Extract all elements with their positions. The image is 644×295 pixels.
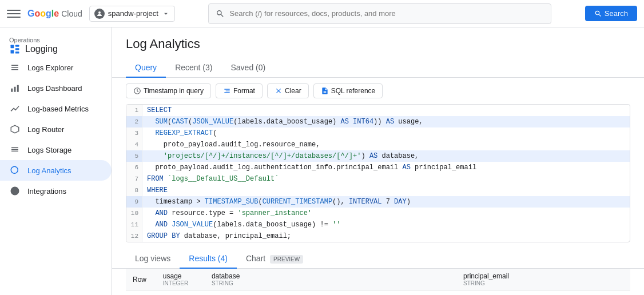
google-cloud-logo: Google Cloud (27, 9, 82, 19)
code-line-3: 3 REGEXP_EXTRACT( (126, 127, 630, 139)
cell-email: spandw-project@appspot.gserviceaccount.c… (456, 290, 630, 296)
search-button[interactable]: Search (585, 6, 637, 21)
sidebar-item-log-router[interactable]: Log Router (0, 119, 112, 139)
results-table: Row usage INTEGER database STRING princi… (126, 269, 630, 295)
tab-query[interactable]: Query (126, 58, 166, 78)
log-based-metrics-icon (9, 103, 21, 114)
sidebar-product-label: Logging (9, 43, 102, 55)
svg-point-0 (98, 11, 101, 14)
menu-icon[interactable] (7, 7, 21, 21)
svg-rect-5 (15, 51, 19, 53)
clear-icon (275, 87, 283, 95)
logging-icon (9, 43, 21, 55)
tab-recent[interactable]: Recent (3) (166, 58, 221, 78)
logs-explorer-icon (9, 62, 21, 73)
search-button-label: Search (605, 9, 628, 18)
svg-rect-6 (11, 89, 13, 92)
sidebar-section-label: Operations (9, 37, 102, 43)
cell-database: projects/spandw-project/instances/spandw… (205, 290, 456, 296)
topbar: Google Cloud spandw-project Search (0, 0, 644, 27)
code-line-9: 9 timestamp > TIMESTAMP_SUB(CURRENT_TIME… (126, 196, 630, 208)
page-title: Log Analytics (126, 37, 630, 51)
sidebar-item-log-analytics[interactable]: Log Analytics (0, 160, 112, 181)
result-tab-log-views[interactable]: Log views (126, 249, 180, 269)
main-content: Log Analytics Query Recent (3) Saved (0)… (112, 27, 644, 295)
cell-row-num: 1 (126, 290, 156, 296)
code-line-5: 5 'projects/[^/]+/instances/[^/]+/databa… (126, 150, 630, 162)
result-tab-results[interactable]: Results (4) (180, 249, 237, 269)
col-header-principal-email: principal_email STRING (456, 269, 630, 290)
sidebar: Operations Logging Logs Explorer Logs Da… (0, 27, 112, 295)
log-router-icon (9, 123, 21, 135)
search-bar[interactable] (208, 3, 551, 24)
search-icon-btn (594, 10, 602, 18)
search-icon-bar (216, 9, 225, 18)
sidebar-item-logs-dashboard[interactable]: Logs Dashboard (0, 78, 112, 98)
logs-storage-icon (9, 144, 21, 156)
code-line-11: 11 AND JSON_VALUE(labels.data_boost_usag… (126, 219, 630, 230)
result-tab-chart[interactable]: Chart PREVIEW (237, 249, 312, 269)
person-icon (94, 9, 105, 19)
sidebar-header: Operations Logging (0, 32, 112, 57)
integrations-icon (9, 185, 21, 197)
svg-rect-7 (14, 87, 16, 92)
preview-badge: PREVIEW (270, 255, 303, 264)
clock-icon (133, 87, 141, 95)
cell-usage: 12635336 (156, 290, 205, 296)
svg-rect-4 (15, 48, 19, 50)
sidebar-item-logs-explorer[interactable]: Logs Explorer (0, 57, 112, 78)
query-tabs: Query Recent (3) Saved (0) (112, 58, 644, 78)
code-line-1: 1SELECT (126, 105, 630, 116)
code-line-12: 12GROUP BY database, principal_email; (126, 230, 630, 242)
svg-rect-8 (17, 85, 19, 92)
svg-rect-1 (11, 45, 14, 49)
chevron-down-icon (162, 10, 170, 18)
log-analytics-icon (9, 165, 21, 176)
sql-ref-icon (321, 87, 329, 95)
table-body: 1 12635336 projects/spandw-project/insta… (126, 290, 630, 296)
code-line-8: 8WHERE (126, 185, 630, 196)
svg-rect-3 (15, 45, 19, 47)
svg-rect-2 (11, 50, 14, 54)
sql-reference-button[interactable]: SQL reference (313, 83, 383, 98)
svg-point-9 (11, 166, 18, 173)
results-table-wrapper: Row usage INTEGER database STRING princi… (112, 269, 644, 295)
table-row: 1 12635336 projects/spandw-project/insta… (126, 290, 630, 296)
code-line-10: 10 AND resource.type = 'spanner_instance… (126, 208, 630, 219)
tab-saved[interactable]: Saved (0) (221, 58, 275, 78)
format-icon (223, 87, 231, 95)
format-button[interactable]: Format (216, 83, 263, 98)
code-line-2: 2 SUM(CAST(JSON_VALUE(labels.data_boost_… (126, 116, 630, 127)
sidebar-item-integrations[interactable]: Integrations (0, 181, 112, 201)
col-header-row: Row (126, 269, 156, 290)
project-selector[interactable]: spandw-project (89, 6, 175, 22)
col-header-usage: usage INTEGER (156, 269, 205, 290)
timestamp-button[interactable]: Timestamp in query (126, 83, 211, 98)
clear-button[interactable]: Clear (267, 83, 309, 98)
query-toolbar: Timestamp in query Format Clear SQL refe… (112, 78, 644, 104)
result-tabs: Log views Results (4) Chart PREVIEW (112, 249, 644, 269)
code-line-6: 6 proto_payload.audit_log.authentication… (126, 162, 630, 173)
main-header: Log Analytics (112, 27, 644, 51)
sidebar-item-log-based-metrics[interactable]: Log-based Metrics (0, 98, 112, 119)
sidebar-item-logs-storage[interactable]: Logs Storage (0, 139, 112, 160)
code-editor[interactable]: 1SELECT 2 SUM(CAST(JSON_VALUE(labels.dat… (126, 104, 630, 242)
project-name: spandw-project (108, 9, 158, 18)
col-header-database: database STRING (205, 269, 456, 290)
search-input[interactable] (229, 9, 544, 18)
logs-dashboard-icon (9, 82, 21, 94)
code-line-7: 7FROM `logs__Default_US__Default` (126, 173, 630, 185)
table-header-row: Row usage INTEGER database STRING princi… (126, 269, 630, 290)
code-line-4: 4 proto_payload.audit_log.resource_name, (126, 139, 630, 150)
layout: Operations Logging Logs Explorer Logs Da… (0, 27, 644, 295)
